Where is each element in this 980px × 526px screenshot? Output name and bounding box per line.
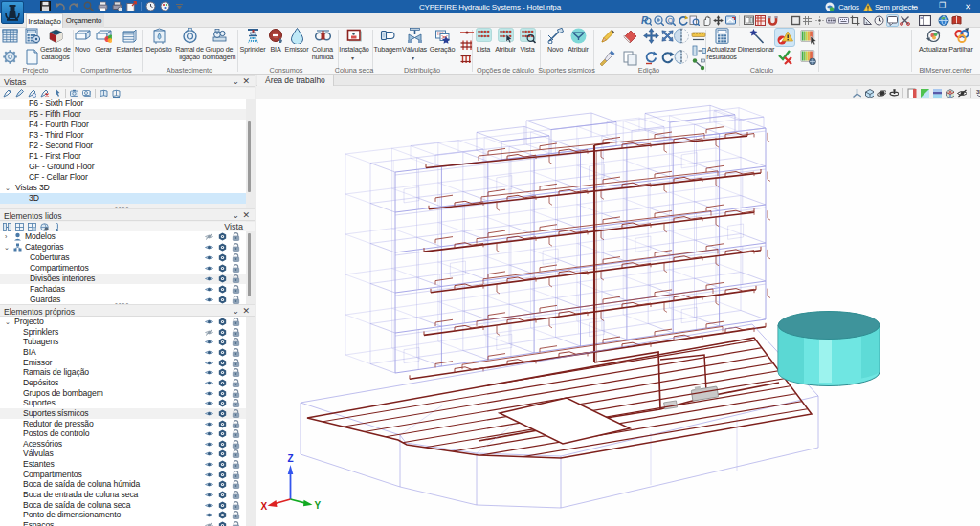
svg-text:3D: 3D bbox=[976, 89, 980, 95]
svg-text:X: X bbox=[261, 501, 268, 512]
svg-text:Z: Z bbox=[288, 453, 294, 464]
svg-text:Y: Y bbox=[315, 500, 322, 511]
